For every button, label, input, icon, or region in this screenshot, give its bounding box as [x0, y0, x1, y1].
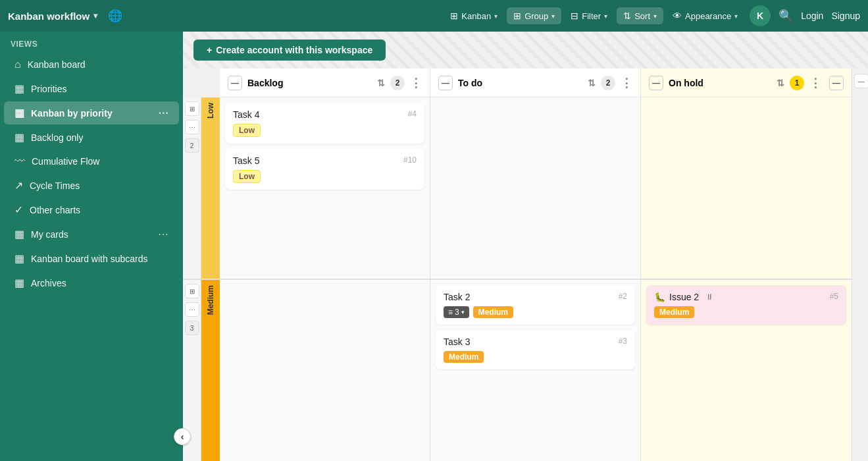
- login-link[interactable]: Login: [801, 11, 823, 21]
- filter-chevron-icon: ▾: [604, 13, 607, 20]
- onhold-more-icon[interactable]: ⋮: [809, 76, 821, 90]
- low-swimlane-more-icon[interactable]: ⋯: [185, 120, 199, 134]
- onhold-sort-icon[interactable]: ⇅: [777, 78, 784, 88]
- sidebar-item-priorities[interactable]: ▦ Priorities: [4, 77, 179, 100]
- plus-icon: +: [207, 45, 212, 55]
- sidebar-item-my-cards[interactable]: ▦ My cards ⋯: [4, 223, 179, 246]
- low-lane-label: Low: [201, 97, 220, 279]
- onhold-col-header: — On hold ⇅ 1 ⋮ —: [641, 68, 852, 97]
- onhold-low-cards: [641, 97, 852, 279]
- task2-subtask-badge[interactable]: ≡ 3 ▾: [444, 306, 469, 318]
- cumulative-flow-icon: 〰: [14, 155, 25, 167]
- right-collapse-button[interactable]: —: [854, 74, 869, 88]
- task4-low-tag: Low: [233, 124, 261, 137]
- card-task4[interactable]: Task 4 #4 Low: [225, 103, 424, 144]
- group-icon: ⊞: [513, 11, 521, 21]
- my-cards-icon: ▦: [14, 228, 24, 240]
- task2-medium-tag: Medium: [473, 306, 513, 318]
- sidebar-item-cycle-times[interactable]: ↗ Cycle Times: [4, 174, 179, 197]
- issue2-medium-tag: Medium: [654, 306, 694, 318]
- kanban-board-icon: ⌂: [14, 59, 21, 70]
- todo-collapse-button[interactable]: —: [438, 76, 453, 90]
- sort-chevron-icon: ▾: [653, 13, 657, 20]
- backlog-title: Backlog: [247, 78, 372, 88]
- todo-title: To do: [458, 78, 582, 88]
- filter-icon: ⊟: [571, 11, 578, 21]
- card-task2[interactable]: Task 2 #2 ≡ 3 ▾ Medium: [436, 285, 635, 325]
- subcards-icon: ▦: [14, 252, 24, 265]
- todo-count: 2: [601, 76, 615, 90]
- appearance-chevron-icon: ▾: [734, 13, 738, 20]
- backlog-collapse-button[interactable]: —: [228, 76, 242, 90]
- cycle-times-icon: ↗: [14, 179, 23, 192]
- sidebar-item-kanban-by-priority[interactable]: ▦ Kanban by priority ⋯: [4, 101, 179, 124]
- create-account-bar: + Create account with this workspace: [183, 32, 868, 68]
- medium-lane-label: Medium: [201, 280, 220, 461]
- create-account-button[interactable]: + Create account with this workspace: [193, 40, 386, 61]
- sidebar-item-backlog-only[interactable]: ▦ Backlog only: [4, 126, 179, 149]
- brand-chevron-icon: ▾: [93, 11, 97, 20]
- low-swimlane-count-icon: 2: [185, 138, 199, 153]
- backlog-medium-cards: [220, 280, 430, 461]
- avatar[interactable]: K: [750, 5, 771, 26]
- globe-icon[interactable]: 🌐: [108, 9, 122, 23]
- kanban-board: — Backlog ⇅ 2 ⋮ — To do ⇅ 2 ⋮: [183, 68, 868, 461]
- filter-nav-button[interactable]: ⊟ Filter ▾: [564, 7, 614, 24]
- top-nav: Kanban workflow ▾ 🌐 ⊞ Kanban ▾ ⊞ Group ▾…: [0, 0, 868, 32]
- onhold-collapse-button[interactable]: —: [649, 76, 663, 90]
- group-chevron-icon: ▾: [551, 13, 555, 20]
- todo-low-cards: [430, 97, 641, 279]
- nav-controls: ⊞ Kanban ▾ ⊞ Group ▾ ⊟ Filter ▾ ⇅ Sort ▾…: [444, 7, 744, 24]
- sidebar-item-kanban-board[interactable]: ⌂ Kanban board: [4, 53, 179, 76]
- kanban-nav-button[interactable]: ⊞ Kanban ▾: [444, 7, 504, 24]
- chevron-left-icon: ‹: [183, 431, 184, 442]
- backlog-more-icon[interactable]: ⋮: [410, 76, 422, 90]
- onhold-count: 1: [790, 76, 804, 90]
- appearance-nav-button[interactable]: 👁 Appearance ▾: [666, 7, 744, 24]
- medium-swimlane-expand-icon[interactable]: ⊞: [185, 284, 199, 298]
- card-task3[interactable]: Task 3 #3 Medium: [436, 330, 635, 369]
- main-content: + Create account with this workspace — B…: [183, 32, 868, 461]
- sidebar: Views ⌂ Kanban board ▦ Priorities ▦ Kanb…: [0, 32, 183, 461]
- onhold-medium-cards: 🐛 Issue 2 ⏸ #5 Medium: [641, 280, 852, 461]
- pause-icon: ⏸: [705, 292, 713, 302]
- sidebar-item-archives[interactable]: ▦ Archives: [4, 271, 179, 294]
- group-nav-button[interactable]: ⊞ Group ▾: [507, 7, 561, 24]
- todo-sort-icon[interactable]: ⇅: [588, 78, 596, 88]
- bug-icon: 🐛: [654, 292, 665, 302]
- backlog-icon: ▦: [14, 131, 24, 144]
- backlog-sort-icon[interactable]: ⇅: [377, 78, 385, 88]
- eye-icon: 👁: [673, 11, 682, 21]
- task5-low-tag: Low: [233, 170, 261, 183]
- low-swimlane: ⊞ ⋯ 2 Low Task 4 #4: [183, 97, 852, 280]
- body-layout: Views ⌂ Kanban board ▦ Priorities ▦ Kanb…: [0, 32, 868, 461]
- medium-swimlane-more-icon[interactable]: ⋯: [185, 302, 199, 317]
- medium-swimlane-count-icon: 3: [185, 321, 199, 335]
- low-swimlane-expand-icon[interactable]: ⊞: [185, 101, 199, 116]
- kanban-priority-icon: ▦: [14, 107, 24, 119]
- backlog-col-header: — Backlog ⇅ 2 ⋮: [220, 68, 430, 97]
- todo-more-icon[interactable]: ⋮: [621, 76, 632, 90]
- todo-medium-cards: Task 2 #2 ≡ 3 ▾ Medium: [430, 280, 641, 461]
- sort-nav-button[interactable]: ⇅ Sort ▾: [617, 7, 663, 24]
- sidebar-item-subcards[interactable]: ▦ Kanban board with subcards: [4, 247, 179, 270]
- onhold-collapse2-button[interactable]: —: [829, 76, 844, 90]
- sidebar-item-other-charts[interactable]: ✓ Other charts: [4, 198, 179, 221]
- priorities-icon: ▦: [14, 82, 24, 95]
- todo-col-header: — To do ⇅ 2 ⋮: [430, 68, 641, 97]
- search-icon[interactable]: 🔍: [779, 9, 793, 23]
- kanban-priority-more-icon[interactable]: ⋯: [158, 107, 168, 119]
- app-title[interactable]: Kanban workflow ▾: [8, 11, 97, 22]
- my-cards-more-icon[interactable]: ⋯: [158, 228, 168, 240]
- onhold-title: On hold: [669, 78, 771, 88]
- right-collapse-panel: —: [852, 68, 868, 461]
- medium-swimlane: ⊞ ⋯ 3 Medium Task 2: [183, 280, 852, 461]
- subtask-chevron-icon: ▾: [461, 309, 465, 315]
- kanban-chevron-icon: ▾: [494, 13, 498, 20]
- archives-icon: ▦: [14, 277, 24, 289]
- card-issue2[interactable]: 🐛 Issue 2 ⏸ #5 Medium: [646, 285, 846, 325]
- card-task5[interactable]: Task 5 #10 Low: [225, 149, 424, 190]
- signup-link[interactable]: Signup: [831, 11, 860, 21]
- nav-right: K 🔍 Login Signup: [750, 5, 860, 26]
- sidebar-item-cumulative-flow[interactable]: 〰 Cumulative Flow: [4, 150, 179, 173]
